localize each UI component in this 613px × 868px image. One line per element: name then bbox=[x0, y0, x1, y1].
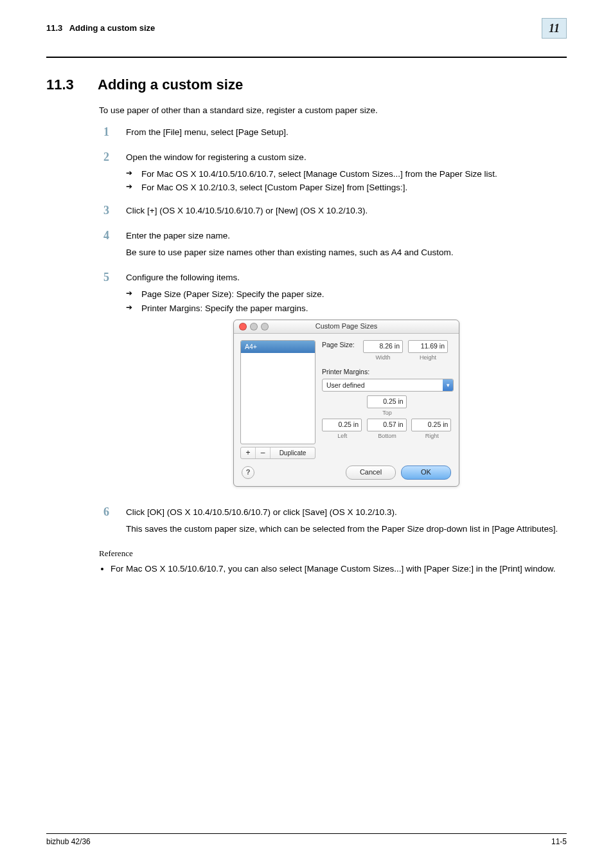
step-number: 1 bbox=[99, 126, 109, 139]
step-number: 2 bbox=[99, 151, 109, 164]
minimize-icon bbox=[250, 323, 258, 330]
step-paragraph: This saves the custom paper size, which … bbox=[126, 523, 567, 536]
custom-page-sizes-dialog: Custom Page Sizes A4+ + – Duplicate bbox=[233, 320, 459, 487]
margin-bottom-caption: Bottom bbox=[367, 432, 408, 440]
step: 1From the [File] menu, select [Page Setu… bbox=[99, 126, 567, 143]
remove-button[interactable]: – bbox=[256, 448, 271, 458]
step-paragraph: From the [File] menu, select [Page Setup… bbox=[126, 126, 567, 139]
margin-top-caption: Top bbox=[367, 409, 408, 417]
arrow-item: Printer Margins: Specify the paper margi… bbox=[126, 302, 567, 315]
step: 6Click [OK] (OS X 10.4/10.5/10.6/10.7) o… bbox=[99, 506, 567, 539]
printer-margins-label: Printer Margins: bbox=[322, 367, 452, 377]
dialog-title-bar: Custom Page Sizes bbox=[234, 320, 459, 334]
margin-right-input[interactable]: 0.25 in bbox=[411, 419, 451, 431]
width-input[interactable]: 8.26 in bbox=[363, 340, 403, 353]
margin-bottom-input[interactable]: 0.57 in bbox=[367, 419, 407, 431]
step: 3Click [+] (OS X 10.4/10.5/10.6/10.7) or… bbox=[99, 204, 567, 221]
cancel-button[interactable]: Cancel bbox=[346, 466, 396, 480]
height-caption: Height bbox=[408, 354, 448, 362]
step: 2Open the window for registering a custo… bbox=[99, 151, 567, 195]
reference-heading: Reference bbox=[99, 548, 567, 560]
list-item[interactable]: A4+ bbox=[241, 341, 315, 353]
margin-top-input[interactable]: 0.25 in bbox=[367, 395, 407, 408]
margin-left-caption: Left bbox=[322, 432, 363, 440]
arrow-list: Page Size (Paper Size): Specify the pape… bbox=[126, 288, 567, 314]
traffic-lights bbox=[239, 323, 269, 330]
margin-left-input[interactable]: 0.25 in bbox=[322, 419, 362, 431]
duplicate-button[interactable]: Duplicate bbox=[271, 448, 315, 458]
printer-margins-select[interactable]: User defined ▾ bbox=[322, 379, 454, 392]
chevron-updown-icon: ▾ bbox=[443, 379, 453, 391]
custom-sizes-list[interactable]: A4+ bbox=[240, 340, 315, 444]
step-paragraph: Be sure to use paper size names other th… bbox=[126, 246, 567, 259]
footer-page-number: 11-5 bbox=[551, 836, 567, 847]
width-caption: Width bbox=[363, 354, 403, 362]
footer-model: bizhub 42/36 bbox=[46, 836, 91, 847]
step-paragraph: Open the window for registering a custom… bbox=[126, 151, 567, 164]
step: 4Enter the paper size name.Be sure to us… bbox=[99, 230, 567, 262]
arrow-item: Page Size (Paper Size): Specify the pape… bbox=[126, 288, 567, 301]
section-heading-text: Adding a custom size bbox=[98, 75, 243, 95]
step-number: 4 bbox=[99, 230, 109, 242]
step-paragraph: Click [OK] (OS X 10.4/10.5/10.6/10.7) or… bbox=[126, 506, 567, 519]
reference-bullet: For Mac OS X 10.5/10.6/10.7, you can als… bbox=[111, 563, 567, 575]
page-size-label: Page Size: bbox=[322, 340, 358, 350]
running-header: 11.3 Adding a custom size bbox=[46, 23, 155, 35]
step: 5Configure the following items.Page Size… bbox=[99, 271, 567, 497]
step-paragraph: Enter the paper size name. bbox=[126, 230, 567, 242]
step-body: Click [+] (OS X 10.4/10.5/10.6/10.7) or … bbox=[126, 204, 567, 221]
header-rule bbox=[46, 57, 567, 58]
ok-button[interactable]: OK bbox=[401, 466, 451, 480]
section-number: 11.3 bbox=[46, 75, 81, 95]
height-input[interactable]: 11.69 in bbox=[408, 340, 448, 353]
step-body: Open the window for registering a custom… bbox=[126, 151, 567, 195]
arrow-item: For Mac OS X 10.4/10.5/10.6/10.7, select… bbox=[126, 168, 567, 181]
section-title: 11.3 Adding a custom size bbox=[46, 75, 567, 95]
close-icon[interactable] bbox=[239, 323, 247, 330]
list-toolbar: + – Duplicate bbox=[240, 447, 315, 459]
margin-right-caption: Right bbox=[411, 432, 452, 440]
step-body: From the [File] menu, select [Page Setup… bbox=[126, 126, 567, 143]
arrow-item: For Mac OS X 10.2/10.3, select [Custom P… bbox=[126, 181, 567, 194]
intro-paragraph: To use paper of other than a standard si… bbox=[99, 104, 567, 117]
printer-margins-value: User defined bbox=[323, 381, 443, 390]
zoom-icon bbox=[261, 323, 269, 330]
step-body: Click [OK] (OS X 10.4/10.5/10.6/10.7) or… bbox=[126, 506, 567, 539]
step-number: 5 bbox=[99, 271, 109, 284]
step-paragraph: Click [+] (OS X 10.4/10.5/10.6/10.7) or … bbox=[126, 204, 567, 217]
add-button[interactable]: + bbox=[241, 448, 256, 458]
step-body: Configure the following items.Page Size … bbox=[126, 271, 567, 497]
chapter-number-tab: 11 bbox=[542, 18, 567, 39]
step-paragraph: Configure the following items. bbox=[126, 271, 567, 284]
arrow-list: For Mac OS X 10.4/10.5/10.6/10.7, select… bbox=[126, 168, 567, 194]
dialog-title: Custom Page Sizes bbox=[315, 321, 378, 332]
page-footer: bizhub 42/36 11-5 bbox=[46, 833, 567, 847]
step-number: 6 bbox=[99, 506, 109, 519]
help-button[interactable]: ? bbox=[242, 466, 254, 479]
step-number: 3 bbox=[99, 204, 109, 217]
step-body: Enter the paper size name.Be sure to use… bbox=[126, 230, 567, 262]
